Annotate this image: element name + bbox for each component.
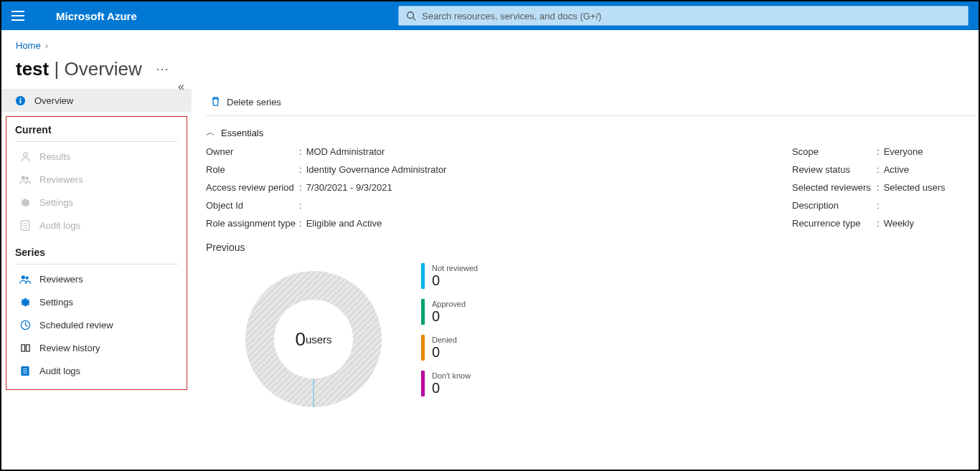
sidebar-item-label: Review history	[39, 343, 100, 353]
sidebar: « Overview Current Results Reviewers Set…	[1, 89, 192, 471]
book-icon	[18, 343, 32, 353]
donut-center-label: 0users	[235, 260, 392, 418]
sidebar-item-scheduled-review[interactable]: Scheduled review	[6, 313, 187, 336]
sidebar-item-label: Audit logs	[39, 220, 80, 231]
info-icon	[13, 95, 27, 106]
sidebar-item-auditlogs-current[interactable]: Audit logs	[6, 214, 187, 237]
log-icon	[18, 220, 32, 231]
owner-label: Owner	[206, 146, 299, 157]
sidebar-item-label: Settings	[39, 197, 73, 208]
sidebar-item-results[interactable]: Results	[6, 145, 187, 168]
more-icon[interactable]: ···	[156, 62, 169, 77]
people-icon	[18, 174, 32, 185]
sidebar-item-reviewers-current[interactable]: Reviewers	[6, 168, 187, 191]
sidebar-item-settings-series[interactable]: Settings	[6, 290, 187, 313]
essentials-heading: Essentials	[221, 128, 263, 138]
gear-icon	[18, 197, 32, 208]
scope-value: Everyone	[884, 146, 923, 157]
legend-color-icon	[421, 371, 425, 396]
recurrence-label: Recurrence type	[792, 218, 877, 229]
delete-series-button[interactable]: Delete series	[206, 93, 286, 112]
status-label: Review status	[792, 164, 877, 175]
title-name: test	[16, 58, 49, 80]
reviewers-label: Selected reviewers	[792, 182, 877, 193]
sidebar-highlight-box: Current Results Reviewers Settings Audit…	[6, 116, 187, 390]
svg-point-13	[26, 276, 29, 279]
sidebar-item-label: Reviewers	[39, 174, 83, 185]
legend-denied: Denied0	[421, 335, 478, 361]
sidebar-item-review-history[interactable]: Review history	[6, 336, 187, 359]
collapse-icon[interactable]: «	[178, 80, 184, 93]
svg-point-12	[22, 275, 25, 279]
svg-point-5	[23, 152, 27, 156]
clock-icon	[18, 320, 32, 330]
recurrence-value: Weekly	[884, 218, 914, 229]
main-pane: Delete series ︿ Essentials Owner:MOD Adm…	[192, 89, 979, 471]
previous-heading: Previous	[206, 242, 979, 253]
brand-label: Microsoft Azure	[56, 10, 137, 22]
svg-point-0	[407, 12, 414, 19]
chart-legend: Not reviewed0 Approved0 Denied0 Don't kn…	[421, 263, 478, 396]
menu-icon[interactable]	[11, 11, 24, 21]
sidebar-item-settings-current[interactable]: Settings	[6, 191, 187, 214]
chevron-up-icon: ︿	[206, 126, 215, 139]
donut-chart: 0users	[235, 260, 392, 418]
legend-dont-know: Don't know0	[421, 371, 478, 396]
sidebar-heading-series: Series	[6, 244, 187, 262]
svg-line-1	[413, 18, 416, 21]
scope-label: Scope	[792, 146, 877, 157]
trash-icon	[210, 96, 221, 109]
sidebar-item-overview[interactable]: Overview	[1, 89, 192, 112]
sidebar-item-label: Audit logs	[39, 366, 80, 376]
global-search[interactable]: Search resources, services, and docs (G+…	[398, 6, 969, 26]
page-title: test | Overview	[16, 58, 142, 80]
breadcrumb: Home ›	[1, 30, 979, 58]
owner-value: MOD Administrator	[306, 146, 385, 157]
svg-point-7	[26, 176, 29, 179]
status-value: Active	[884, 164, 909, 175]
assigntype-value: Eligible and Active	[306, 218, 382, 229]
essentials-toggle[interactable]: ︿ Essentials	[206, 126, 979, 139]
legend-not-reviewed: Not reviewed0	[421, 263, 478, 289]
legend-approved: Approved0	[421, 299, 478, 325]
toolbar: Delete series	[206, 89, 979, 116]
sidebar-item-label: Settings	[39, 297, 73, 308]
period-value: 7/30/2021 - 9/3/2021	[306, 182, 392, 193]
delete-label: Delete series	[227, 97, 281, 108]
top-bar: Microsoft Azure Search resources, servic…	[1, 1, 979, 30]
breadcrumb-home[interactable]: Home	[16, 40, 41, 51]
search-placeholder: Search resources, services, and docs (G+…	[422, 11, 601, 22]
legend-color-icon	[421, 335, 425, 361]
search-icon	[406, 11, 416, 21]
legend-color-icon	[421, 299, 425, 325]
sidebar-item-reviewers-series[interactable]: Reviewers	[6, 267, 187, 290]
previous-chart: 0users Not reviewed0 Approved0 Denied0	[206, 260, 979, 418]
assigntype-label: Role assignment type	[206, 218, 299, 229]
sidebar-item-auditlogs-series[interactable]: Audit logs	[6, 359, 187, 382]
title-section: Overview	[64, 58, 141, 80]
sidebar-item-label: Reviewers	[39, 274, 83, 285]
sidebar-heading-current: Current	[6, 121, 187, 140]
svg-rect-4	[19, 97, 21, 99]
sidebar-item-label: Results	[39, 151, 70, 162]
sidebar-item-label: Overview	[34, 95, 73, 106]
role-value: Identity Governance Administrator	[306, 164, 447, 175]
essentials-panel: ︿ Essentials Owner:MOD Administrator Rol…	[206, 116, 979, 236]
sidebar-item-label: Scheduled review	[39, 320, 113, 330]
desc-label: Description	[792, 200, 877, 211]
role-label: Role	[206, 164, 299, 175]
legend-color-icon	[421, 263, 425, 289]
people-icon	[18, 274, 32, 285]
gear-icon	[18, 297, 32, 308]
person-icon	[18, 151, 32, 162]
reviewers-value: Selected users	[884, 182, 946, 193]
svg-rect-3	[19, 100, 21, 103]
svg-point-6	[22, 176, 25, 179]
page-title-row: test | Overview ···	[1, 58, 979, 89]
chevron-right-icon: ›	[45, 40, 48, 51]
objectid-label: Object Id	[206, 200, 299, 211]
period-label: Access review period	[206, 182, 299, 193]
log-icon	[18, 366, 32, 376]
